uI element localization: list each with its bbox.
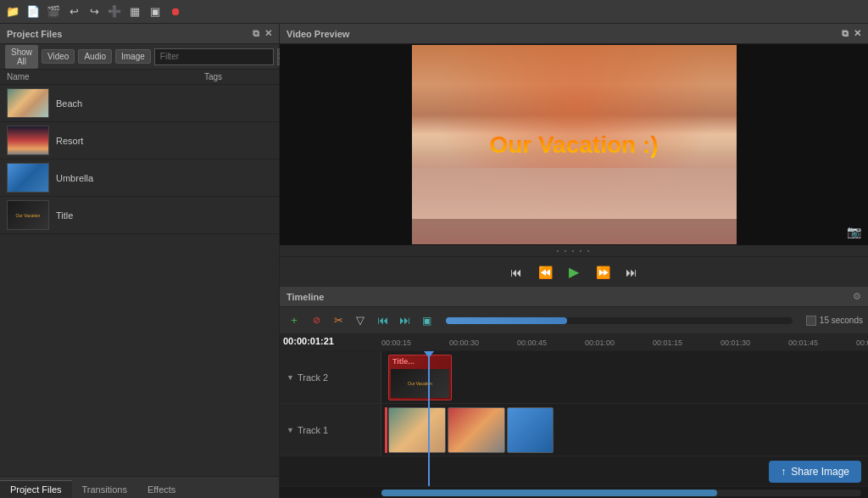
top-toolbar: 📁 📄 🎬 ↩ ↪ ➕ ▦ ▣ ⏺ [0,0,868,24]
ruler-mark-7: 00:02:00 [856,339,868,347]
file-item-umbrella[interactable]: Umbrella [0,159,279,197]
file-item-beach[interactable]: Beach [0,85,279,122]
track-1-name: Track 1 [298,425,328,435]
file-item-title[interactable]: Our Vacation Title [0,197,279,234]
ruler-mark-6: 00:01:45 [788,339,818,347]
preview-water [412,168,737,219]
preview-close-icon[interactable]: ✕ [854,28,861,39]
undo-icon[interactable]: ↩ [66,4,81,20]
left-panel: Project Files ⧉ ✕ Show All Video Audio I… [0,24,280,498]
cut-btn[interactable]: ✂ [329,311,348,330]
share-label: Share Image [791,466,849,478]
preview-title-text: Our Vacation :) [489,131,658,159]
file-thumb-umbrella [7,163,49,193]
filter-image-btn[interactable]: Image [115,49,151,64]
file-thumb-resort [7,126,49,155]
tab-effects[interactable]: Effects [137,480,186,498]
timeline-header: Timeline ⚙ [280,287,868,307]
track-2-arrow-icon[interactable]: ▼ [287,373,294,382]
file-name-beach: Beach [56,98,272,109]
share-image-btn[interactable]: ↑ Share Image [769,461,861,483]
track-1-label: ▼ Track 1 [280,404,381,456]
skip-forward-btn[interactable]: ⏭ [622,263,641,282]
timeline-scrollbar-thumb[interactable] [381,490,717,496]
record-icon[interactable]: ⏺ [168,4,183,20]
filter-btn-timeline[interactable]: ▽ [351,311,370,330]
film-icon[interactable]: 🎬 [46,4,61,20]
snap-btn[interactable]: ▣ [417,311,436,330]
square-icon[interactable]: ▣ [147,4,163,20]
open-folder-icon[interactable]: 📁 [5,4,20,20]
clip-title-thumb: Our Vacation [391,369,449,398]
add-icon[interactable]: ➕ [107,4,122,20]
clip-beach[interactable] [388,407,446,453]
preview-title: Video Preview [287,29,349,39]
preview-canvas: Our Vacation :) 📷 [280,44,868,245]
bottom-tabs: Project Files Transitions Effects [0,476,279,498]
skip-back-btn[interactable]: ⏮ [507,263,526,282]
ruler-mark-5: 00:01:30 [721,339,750,347]
timeline-progress-fill [446,317,567,324]
clip-title-label: Title... [392,357,415,366]
track-1-arrow-icon[interactable]: ▼ [287,426,294,434]
clip-resort[interactable] [448,407,505,453]
tab-transitions[interactable]: Transitions [72,480,137,498]
clip-title[interactable]: Title... Our Vacation [388,355,452,400]
share-icon: ↑ [781,466,786,478]
tab-project-files[interactable]: Project Files [0,480,72,498]
file-list: Name Tags Beach Resort Umbrella Our Vaca… [0,70,279,476]
preview-image: Our Vacation :) [412,45,737,244]
file-name-umbrella: Umbrella [56,173,272,183]
timeline-duration: 15 seconds [806,316,863,326]
preview-header: Video Preview ⧉ ✕ [280,24,868,44]
filter-showall-btn[interactable]: Show All [5,45,38,69]
redo-icon[interactable]: ↪ [86,4,102,20]
track-2-area[interactable]: Title... Our Vacation [381,351,868,403]
ruler-mark-2: 00:00:45 [517,339,547,347]
panel-restore-icon[interactable]: ⧉ [253,28,259,39]
preview-restore-icon[interactable]: ⧉ [842,28,849,39]
screenshot-icon[interactable]: 📷 [847,225,861,238]
filter-audio-btn[interactable]: Audio [78,49,112,64]
grid-icon[interactable]: ▦ [127,4,142,20]
duration-checkbox[interactable] [806,316,816,326]
clip-edge-indicator [385,407,387,453]
panel-close-icon[interactable]: ✕ [264,28,272,39]
play-btn[interactable]: ▶ [565,263,583,282]
timeline-settings-icon[interactable]: ⚙ [853,291,861,302]
ruler-mark-4: 00:01:15 [653,339,682,347]
go-end-btn[interactable]: ⏭ [395,311,414,330]
track-1-area[interactable] [381,404,868,456]
project-files-header: Project Files ⧉ ✕ [0,24,279,44]
timeline-progress-bar[interactable] [446,317,793,324]
track-2-name: Track 2 [298,372,328,383]
col-name-header: Name [7,72,204,81]
preview-section: Video Preview ⧉ ✕ Our Vacation :) 📷 • • … [280,24,868,287]
add-clip-btn[interactable]: + [285,311,303,330]
file-thumb-title: Our Vacation [7,200,49,230]
separator-dots: • • • • • [280,245,868,256]
project-files-title: Project Files [7,29,62,39]
filter-video-btn[interactable]: Video [42,49,75,64]
new-icon[interactable]: 📄 [25,4,41,20]
ruler-mark-3: 00:01:00 [585,339,615,347]
timeline-scrollbar-track[interactable] [381,490,861,496]
rewind-btn[interactable]: ⏪ [536,263,554,282]
track-2: ▼ Track 2 Title... Our Vacation [280,351,868,404]
filter-bar: Show All Video Audio Image ✕ [0,44,279,70]
timecode-display: 00:00:01:21 [283,336,334,346]
clip-umbrella[interactable] [507,407,554,453]
go-start-btn[interactable]: ⏮ [373,311,392,330]
track-1: ▼ Track 1 [280,404,868,456]
fast-forward-btn[interactable]: ⏩ [593,263,612,282]
file-list-header: Name Tags [0,70,279,85]
right-panel: Video Preview ⧉ ✕ Our Vacation :) 📷 • • … [280,24,868,498]
timeline-ruler: 00:00:01:21 00:00:15 00:00:30 00:00:45 0… [280,334,868,351]
duration-label: 15 seconds [820,316,863,325]
timeline-scrollbar [280,486,868,498]
ruler-mark-1: 00:00:30 [449,339,479,347]
file-item-resort[interactable]: Resort [0,122,279,159]
file-name-title: Title [56,210,272,221]
filter-input[interactable] [154,48,274,65]
remove-clip-btn[interactable]: ⊘ [307,311,326,330]
